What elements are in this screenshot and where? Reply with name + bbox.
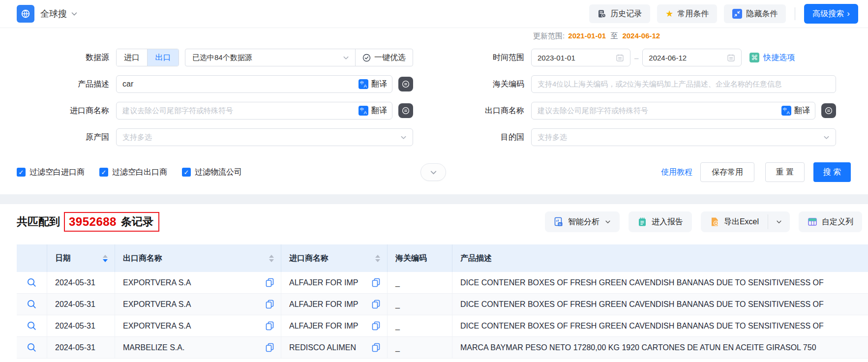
cell-date: 2024-05-31 — [47, 315, 115, 336]
copy-icon[interactable] — [266, 278, 274, 287]
date-start-input[interactable]: 2023-01-01 — [531, 49, 630, 66]
match-mode-toggle[interactable] — [398, 103, 413, 118]
row-search-icon[interactable] — [27, 321, 37, 331]
hs-code-field — [531, 75, 836, 93]
header-exporter-label: 出口商名称 — [123, 253, 162, 264]
row-search-icon[interactable] — [27, 342, 37, 353]
translate-button[interactable]: 中A 翻译 — [781, 102, 810, 119]
filter-label: 过滤空白出口商 — [112, 167, 167, 178]
translate-button[interactable]: 中A 翻译 — [359, 76, 387, 92]
search-button[interactable]: 搜 索 — [813, 162, 851, 182]
calendar-icon — [616, 54, 624, 62]
cell-description: MARCA BAYMAR PESO NETO 17280,00 KG 1920 … — [452, 337, 868, 358]
filter-label: 过滤物流公司 — [195, 167, 242, 178]
smart-analysis-button[interactable]: BI 智能分析 — [545, 211, 620, 232]
page: 全球搜 历史记录 ★ 常用条件 隐藏条件 高级 — [0, 0, 868, 362]
calendar-icon — [727, 54, 735, 62]
star-icon: ★ — [665, 9, 673, 18]
translate-label: 翻译 — [371, 79, 387, 90]
cell-hs-code: _ — [388, 315, 452, 336]
export-excel-button[interactable]: 导出Excel — [701, 211, 768, 232]
data-source-select[interactable]: 已选中84个数据源 — [185, 53, 252, 62]
results-section: 共匹配到 3952688 条记录 BI 智能分析 — [0, 204, 868, 359]
tab-import[interactable]: 进口 — [117, 49, 148, 66]
collapse-form-button[interactable] — [420, 163, 446, 181]
tutorial-link[interactable]: 使用教程 — [661, 167, 692, 178]
table-header: 日期 出口商名称 进口商名称 — [17, 244, 868, 272]
report-icon — [637, 217, 647, 227]
export-excel-split-button: 导出Excel — [701, 211, 790, 232]
row-search-icon[interactable] — [27, 299, 37, 309]
copy-icon[interactable] — [372, 300, 380, 309]
filter-blank-exporter-checkbox[interactable]: ✓ 过滤空白出口商 — [99, 167, 167, 178]
header-date-label: 日期 — [55, 253, 71, 264]
results-toolbar: BI 智能分析 进入报告 — [545, 211, 862, 232]
cell-exporter: EXPORTVERA S.A — [123, 322, 191, 331]
date-end-input[interactable]: 2024-06-12 — [642, 49, 742, 66]
translate-button[interactable]: 中A 翻译 — [359, 102, 387, 119]
collapse-icon — [732, 9, 742, 19]
sort-importer-control[interactable] — [375, 255, 380, 262]
reset-button[interactable]: 重 置 — [765, 162, 805, 182]
destination-placeholder: 支持多选 — [538, 133, 567, 142]
history-icon — [598, 9, 606, 18]
filter-logistics-checkbox[interactable]: ✓ 过滤物流公司 — [182, 167, 242, 178]
importer-name-input[interactable] — [122, 106, 386, 115]
section-divider — [0, 194, 868, 204]
destination-country-select[interactable]: 支持多选 — [531, 128, 836, 146]
cell-exporter: MARBELIZE S.A. — [123, 343, 184, 352]
exporter-name-label: 出口商名称 — [435, 106, 524, 116]
copy-icon[interactable] — [266, 300, 274, 309]
chevron-down-icon[interactable] — [343, 55, 349, 61]
update-range: 更新范围: 2021-01-01 至 2024-06-12 — [533, 31, 661, 41]
match-mode-toggle[interactable] — [821, 103, 836, 118]
hide-conditions-label: 隐藏条件 — [746, 9, 778, 19]
translate-icon: 中A — [359, 106, 368, 116]
cell-exporter: EXPORTVERA S.A — [123, 278, 191, 287]
copy-icon[interactable] — [372, 343, 380, 352]
filter-blank-importer-checkbox[interactable]: ✓ 过滤空白进口商 — [17, 167, 85, 178]
translate-icon: 中A — [359, 79, 368, 89]
table-row: 2024-05-31 EXPORTVERA S.A ALFAJER FOR IM… — [17, 272, 868, 294]
copy-icon[interactable] — [372, 321, 380, 331]
enter-report-button[interactable]: 进入报告 — [629, 211, 692, 232]
copy-icon[interactable] — [266, 343, 274, 352]
history-button[interactable]: 历史记录 — [589, 4, 650, 23]
custom-columns-button[interactable]: 自定义列 — [799, 211, 862, 232]
save-conditions-button[interactable]: 保存常用 — [700, 162, 754, 182]
favorites-button[interactable]: ★ 常用条件 — [657, 4, 717, 23]
table-row: 2024-05-31 EXPORTVERA S.A ALFAJER FOR IM… — [17, 294, 868, 315]
match-mode-toggle[interactable] — [398, 77, 413, 91]
header-hs-code: 海关编码 — [388, 244, 452, 272]
importer-name-field: 中A 翻译 — [116, 102, 392, 120]
exporter-name-field: 中A 翻译 — [531, 102, 815, 120]
quick-options-button[interactable]: ⌘ 快捷选项 — [749, 53, 795, 63]
product-desc-input[interactable] — [122, 80, 386, 89]
checkbox-checked-icon: ✓ — [17, 168, 26, 177]
copy-icon[interactable] — [266, 321, 274, 331]
exporter-name-input[interactable] — [538, 106, 809, 115]
app-switcher-chevron-icon[interactable] — [71, 10, 78, 17]
checkbox-checked-icon: ✓ — [182, 168, 191, 177]
sort-date-control[interactable] — [103, 255, 108, 262]
one-click-optimize-button[interactable]: 一键优选 — [356, 53, 413, 63]
command-icon: ⌘ — [749, 53, 759, 62]
chevron-right-icon: › — [847, 9, 850, 19]
enter-report-label: 进入报告 — [652, 217, 683, 227]
hide-conditions-button[interactable]: 隐藏条件 — [724, 4, 786, 23]
table-body: 2024-05-31 EXPORTVERA S.A ALFAJER FOR IM… — [17, 272, 868, 359]
hs-code-input[interactable] — [538, 80, 830, 89]
update-range-end: 2024-06-12 — [622, 31, 660, 40]
sort-exporter-control[interactable] — [269, 255, 274, 262]
data-source-label: 数据源 — [17, 53, 109, 63]
copy-icon[interactable] — [372, 278, 380, 287]
cell-description: DICE CONTENER BOXES OF FRESH GREEN CAVEN… — [452, 315, 868, 336]
advanced-search-button[interactable]: 高级搜索 › — [804, 4, 858, 24]
tab-export[interactable]: 出口 — [148, 49, 179, 66]
hs-code-label: 海关编码 — [435, 79, 524, 90]
row-search-icon[interactable] — [27, 277, 37, 288]
app-logo[interactable] — [17, 5, 34, 23]
origin-country-select[interactable]: 支持多选 — [116, 128, 413, 146]
export-options-chevron[interactable] — [768, 211, 790, 232]
header-date: 日期 — [47, 244, 115, 272]
